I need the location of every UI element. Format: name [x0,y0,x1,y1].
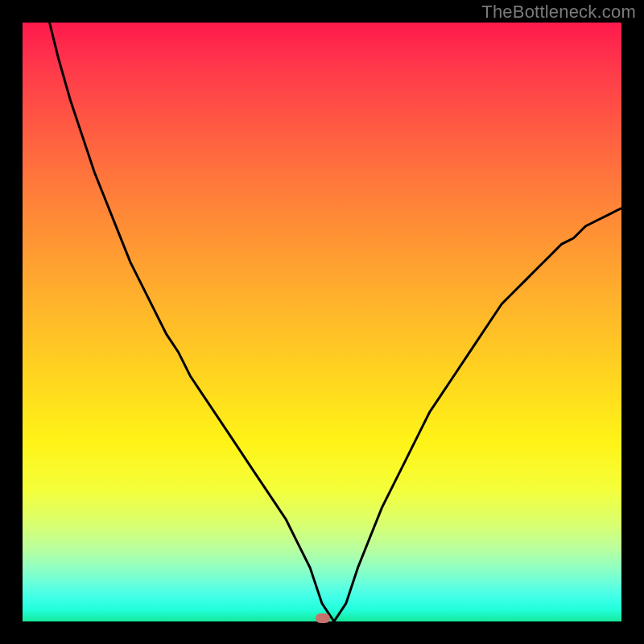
plot-area [23,23,621,621]
curve-svg [23,23,621,621]
optimum-marker [316,613,330,623]
chart-frame: TheBottleneck.com [0,0,644,644]
watermark-text: TheBottleneck.com [481,2,636,23]
bottleneck-curve [50,23,622,621]
